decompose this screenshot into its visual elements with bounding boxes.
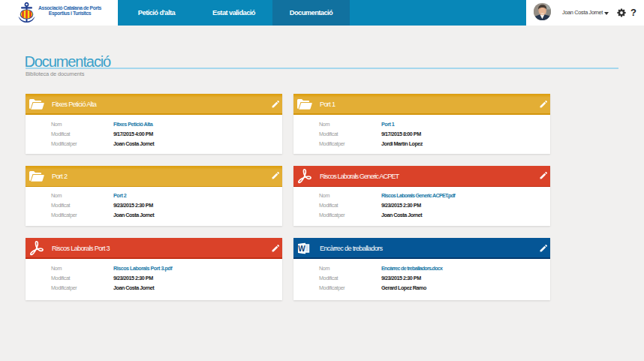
svg-text:W: W [298,245,305,253]
